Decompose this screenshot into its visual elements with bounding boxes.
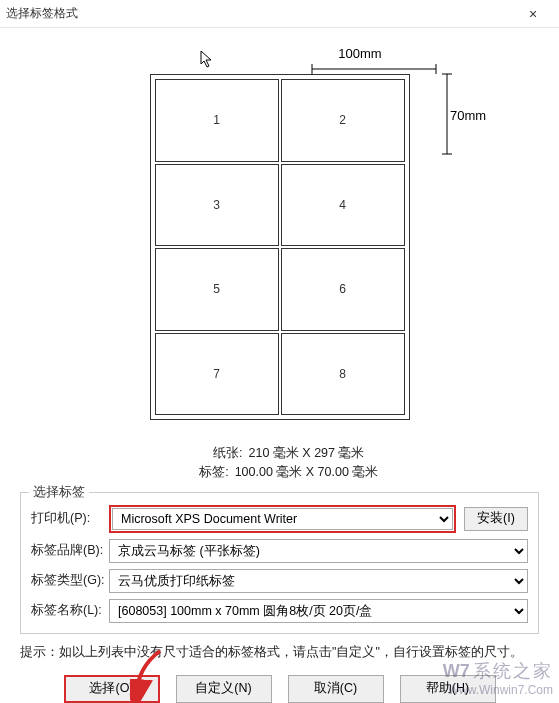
label-cell-2: 2 (281, 79, 405, 162)
titlebar: 选择标签格式 × (0, 0, 559, 28)
group-title: 选择标签 (29, 484, 89, 501)
label-cell-4: 4 (281, 164, 405, 247)
paper-info: 纸张:210 毫米 X 297 毫米 标签:100.00 毫米 X 70.00 … (20, 444, 539, 482)
label-cell-8: 8 (281, 333, 405, 416)
help-button[interactable]: 帮助(H) (400, 675, 496, 703)
label-size-label: 标签: (181, 463, 229, 482)
name-label: 标签名称(L): (31, 602, 109, 619)
close-button[interactable]: × (513, 0, 553, 28)
name-select[interactable]: [608053] 100mm x 70mm 圆角8枚/页 20页/盒 (109, 599, 528, 623)
install-button[interactable]: 安装(I) (464, 507, 528, 531)
hint-text: 提示：如以上列表中没有尺寸适合的标签格式，请点击"自定义"，自行设置标签的尺寸。 (20, 644, 539, 661)
printer-label: 打印机(P): (31, 510, 109, 527)
label-preview: 100mm 70mm 1 2 3 4 5 6 7 8 (20, 36, 539, 436)
button-row: 选择(O) 自定义(N) 取消(C) 帮助(H) (20, 675, 539, 703)
window-title: 选择标签格式 (6, 5, 78, 22)
select-button[interactable]: 选择(O) (64, 675, 160, 703)
close-icon: × (529, 6, 537, 22)
type-label: 标签类型(G): (31, 572, 109, 589)
label-size-value: 100.00 毫米 X 70.00 毫米 (235, 465, 379, 479)
brand-select[interactable]: 京成云马标签 (平张标签) (109, 539, 528, 563)
paper-value: 210 毫米 X 297 毫米 (249, 446, 365, 460)
dimension-width-line (310, 64, 438, 74)
label-cell-5: 5 (155, 248, 279, 331)
type-select[interactable]: 云马优质打印纸标签 (109, 569, 528, 593)
custom-button[interactable]: 自定义(N) (176, 675, 272, 703)
brand-label: 标签品牌(B): (31, 542, 109, 559)
label-sheet: 1 2 3 4 5 6 7 8 (150, 74, 410, 420)
label-cell-1: 1 (155, 79, 279, 162)
cancel-button[interactable]: 取消(C) (288, 675, 384, 703)
label-cell-6: 6 (281, 248, 405, 331)
cursor-icon (200, 50, 214, 68)
label-cell-3: 3 (155, 164, 279, 247)
dimension-height-line (442, 72, 452, 156)
printer-highlight: Microsoft XPS Document Writer (109, 505, 456, 533)
label-cell-7: 7 (155, 333, 279, 416)
dimension-width: 100mm (310, 46, 410, 61)
printer-select[interactable]: Microsoft XPS Document Writer (112, 508, 453, 530)
select-label-group: 选择标签 打印机(P): Microsoft XPS Document Writ… (20, 492, 539, 634)
paper-label: 纸张: (195, 444, 243, 463)
dimension-height: 70mm (450, 108, 486, 123)
